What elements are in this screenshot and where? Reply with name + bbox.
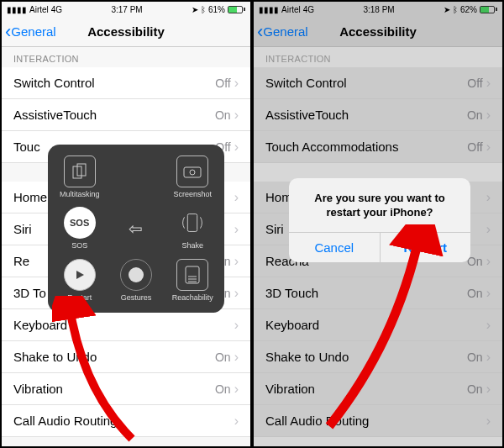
at-restart[interactable]: Restart — [51, 255, 108, 306]
battery-icon — [480, 6, 497, 13]
svg-rect-4 — [188, 214, 197, 232]
chevron-right-icon: › — [234, 414, 239, 429]
chevron-right-icon: › — [234, 108, 239, 123]
battery-percent: 62% — [460, 5, 477, 14]
chevron-right-icon: › — [234, 318, 239, 333]
row-shake-to-undo[interactable]: Shake to UndoOn› — [2, 341, 250, 373]
chevron-right-icon: › — [486, 318, 491, 333]
chevron-right-icon: › — [486, 414, 491, 429]
at-back[interactable]: ⇦ — [108, 203, 164, 254]
row-call-audio-routing[interactable]: Call Audio Routing› — [2, 405, 250, 437]
row-call-audio-routing[interactable]: Call Audio Routing› — [254, 405, 502, 437]
back-label: General — [263, 24, 307, 39]
chevron-right-icon: › — [234, 350, 239, 365]
nav-header: ‹ General Accessibility — [254, 17, 502, 47]
chevron-right-icon: › — [486, 108, 491, 123]
back-label: General — [11, 24, 55, 39]
network-label: 4G — [303, 5, 314, 14]
carrier-label: Airtel — [29, 5, 49, 14]
clock: 3:18 PM — [363, 5, 394, 14]
reachability-icon — [176, 259, 208, 291]
status-bar: ▮▮▮▮ Airtel 4G 3:17 PM ➤ ᛒ 61% — [2, 2, 250, 17]
section-header: INTERACTION — [254, 47, 502, 67]
chevron-left-icon: ‹ — [5, 23, 11, 41]
section-header: INTERACTION — [2, 47, 250, 67]
row-keyboard[interactable]: Keyboard› — [254, 309, 502, 341]
shake-icon — [176, 207, 208, 239]
svg-rect-6 — [186, 266, 199, 283]
bluetooth-icon: ᛒ — [453, 5, 458, 14]
chevron-right-icon: › — [486, 190, 491, 205]
carrier-label: Airtel — [281, 5, 301, 14]
screenshot-icon — [176, 155, 208, 187]
right-screenshot: ▮▮▮▮ Airtel 4G 3:18 PM ➤ ᛒ 62% ‹ General… — [252, 0, 504, 448]
page-title: Accessibility — [87, 24, 165, 39]
row-assistivetouch[interactable]: AssistiveTouchOn› — [254, 99, 502, 131]
back-button[interactable]: ‹ General — [2, 23, 56, 41]
row-3d-touch[interactable]: 3D TouchOn› — [254, 277, 502, 309]
location-icon: ➤ — [444, 5, 450, 14]
location-icon: ➤ — [192, 5, 198, 14]
chevron-right-icon: › — [486, 350, 491, 365]
chevron-right-icon: › — [234, 140, 239, 155]
row-shake-to-undo[interactable]: Shake to UndoOn› — [254, 341, 502, 373]
row-assistivetouch[interactable]: AssistiveTouchOn› — [2, 99, 250, 131]
chevron-right-icon: › — [486, 140, 491, 155]
at-screenshot[interactable]: Screenshot — [165, 151, 221, 203]
battery-percent: 61% — [208, 5, 225, 14]
at-reachability[interactable]: Reachability — [165, 255, 221, 306]
sos-icon: SOS — [64, 207, 96, 239]
gestures-icon — [120, 259, 152, 291]
chevron-right-icon: › — [234, 190, 239, 205]
svg-rect-2 — [184, 167, 201, 177]
battery-icon — [228, 6, 245, 13]
row-switch-control[interactable]: Switch ControlOff› — [2, 67, 250, 99]
signal-icon: ▮▮▮▮ — [259, 5, 279, 14]
chevron-right-icon: › — [234, 382, 239, 397]
chevron-left-icon: ‹ — [257, 23, 263, 41]
at-multitasking[interactable]: Multitasking — [51, 151, 108, 203]
at-sos[interactable]: SOSSOS — [51, 203, 108, 254]
cancel-button[interactable]: Cancel — [289, 233, 380, 262]
row-keyboard[interactable]: Keyboard› — [2, 309, 250, 341]
svg-point-3 — [190, 170, 195, 175]
chevron-right-icon: › — [486, 286, 491, 301]
chevron-right-icon: › — [234, 222, 239, 237]
at-gestures[interactable]: Gestures — [108, 255, 164, 306]
back-button[interactable]: ‹ General — [254, 23, 308, 41]
bluetooth-icon: ᛒ — [201, 5, 206, 14]
row-touch-accommodations[interactable]: Touch AccommodationsOff› — [254, 131, 502, 163]
assistivetouch-panel: Multitasking Screenshot SOSSOS ⇦ Shake R… — [48, 145, 224, 313]
svg-marker-5 — [76, 271, 84, 279]
chevron-right-icon: › — [486, 76, 491, 91]
restart-button[interactable]: Restart — [380, 233, 471, 262]
chevron-right-icon: › — [486, 382, 491, 397]
chevron-right-icon: › — [234, 286, 239, 301]
clock: 3:17 PM — [111, 5, 142, 14]
restart-alert: Are you sure you want to restart your iP… — [289, 178, 470, 262]
alert-message: Are you sure you want to restart your iP… — [289, 178, 470, 232]
chevron-right-icon: › — [486, 254, 491, 269]
status-bar: ▮▮▮▮ Airtel 4G 3:18 PM ➤ ᛒ 62% — [254, 2, 502, 17]
nav-header: ‹ General Accessibility — [2, 17, 250, 47]
row-switch-control[interactable]: Switch ControlOff› — [254, 67, 502, 99]
chevron-right-icon: › — [486, 222, 491, 237]
page-title: Accessibility — [339, 24, 417, 39]
chevron-right-icon: › — [234, 76, 239, 91]
row-vibration[interactable]: VibrationOn› — [2, 373, 250, 405]
restart-icon — [64, 259, 96, 291]
left-screenshot: ▮▮▮▮ Airtel 4G 3:17 PM ➤ ᛒ 61% ‹ General… — [0, 0, 252, 448]
arrow-left-icon: ⇦ — [129, 219, 143, 239]
network-label: 4G — [51, 5, 62, 14]
row-vibration[interactable]: VibrationOn› — [254, 373, 502, 405]
multitasking-icon — [64, 155, 96, 187]
chevron-right-icon: › — [234, 254, 239, 269]
at-shake[interactable]: Shake — [165, 203, 221, 254]
signal-icon: ▮▮▮▮ — [7, 5, 27, 14]
